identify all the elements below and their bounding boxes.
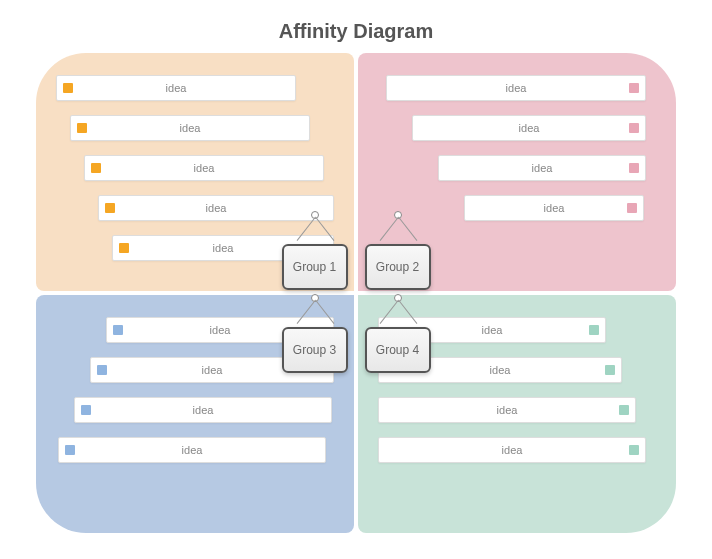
idea-card: idea	[378, 317, 606, 343]
idea-card: idea	[58, 437, 326, 463]
idea-card: idea	[98, 195, 334, 221]
square-icon	[629, 123, 639, 133]
idea-label: idea	[387, 82, 645, 94]
square-icon	[627, 203, 637, 213]
affinity-grid: idea idea idea idea idea idea idea idea …	[36, 53, 676, 533]
idea-card: idea	[438, 155, 646, 181]
square-icon	[77, 123, 87, 133]
idea-card: idea	[378, 357, 622, 383]
square-icon	[629, 445, 639, 455]
idea-label: idea	[379, 444, 645, 456]
idea-label: idea	[59, 444, 325, 456]
idea-card: idea	[412, 115, 646, 141]
idea-card: idea	[70, 115, 310, 141]
quadrant-2: idea idea idea idea	[358, 53, 676, 291]
idea-card: idea	[56, 75, 296, 101]
square-icon	[63, 83, 73, 93]
square-icon	[65, 445, 75, 455]
idea-card: idea	[464, 195, 644, 221]
idea-label: idea	[113, 242, 333, 254]
idea-card: idea	[106, 317, 334, 343]
square-icon	[113, 325, 123, 335]
diagram-title: Affinity Diagram	[0, 0, 712, 53]
square-icon	[97, 365, 107, 375]
idea-label: idea	[413, 122, 645, 134]
idea-label: idea	[99, 202, 333, 214]
idea-card: idea	[90, 357, 334, 383]
square-icon	[119, 243, 129, 253]
square-icon	[629, 83, 639, 93]
idea-label: idea	[57, 82, 295, 94]
idea-label: idea	[75, 404, 331, 416]
idea-label: idea	[85, 162, 323, 174]
square-icon	[91, 163, 101, 173]
idea-label: idea	[379, 404, 635, 416]
idea-label: idea	[71, 122, 309, 134]
square-icon	[81, 405, 91, 415]
square-icon	[589, 325, 599, 335]
square-icon	[619, 405, 629, 415]
idea-card: idea	[112, 235, 334, 261]
idea-card: idea	[74, 397, 332, 423]
idea-card: idea	[378, 437, 646, 463]
square-icon	[605, 365, 615, 375]
square-icon	[105, 203, 115, 213]
idea-label: idea	[379, 364, 621, 376]
quadrant-3: idea idea idea idea	[36, 295, 354, 533]
square-icon	[629, 163, 639, 173]
idea-card: idea	[84, 155, 324, 181]
quadrant-4: idea idea idea idea	[358, 295, 676, 533]
idea-label: idea	[439, 162, 645, 174]
idea-card: idea	[378, 397, 636, 423]
quadrant-1: idea idea idea idea idea	[36, 53, 354, 291]
idea-card: idea	[386, 75, 646, 101]
idea-label: idea	[465, 202, 643, 214]
idea-label: idea	[107, 324, 333, 336]
idea-label: idea	[379, 324, 605, 336]
idea-label: idea	[91, 364, 333, 376]
